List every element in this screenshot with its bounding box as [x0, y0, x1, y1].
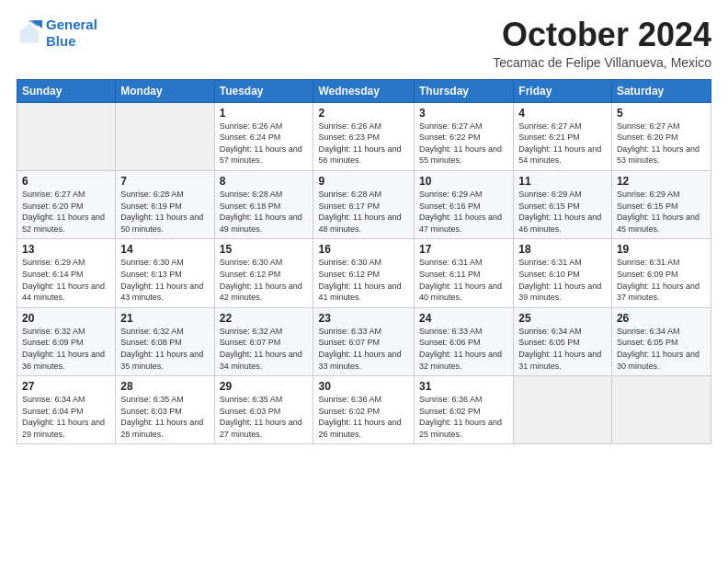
day-info: Sunrise: 6:29 AM Sunset: 6:14 PM Dayligh… — [22, 257, 110, 303]
day-info: Sunrise: 6:26 AM Sunset: 6:24 PM Dayligh… — [220, 121, 309, 167]
day-number: 26 — [617, 312, 706, 325]
calendar-cell: 6Sunrise: 6:27 AM Sunset: 6:20 PM Daylig… — [17, 170, 116, 238]
calendar-cell: 10Sunrise: 6:29 AM Sunset: 6:16 PM Dayli… — [415, 170, 514, 238]
svg-marker-1 — [20, 24, 40, 43]
day-number: 6 — [22, 175, 110, 188]
day-info: Sunrise: 6:27 AM Sunset: 6:20 PM Dayligh… — [617, 121, 706, 167]
day-number: 11 — [518, 175, 607, 188]
day-info: Sunrise: 6:30 AM Sunset: 6:12 PM Dayligh… — [318, 257, 409, 303]
logo-text: General Blue — [46, 17, 97, 50]
day-info: Sunrise: 6:27 AM Sunset: 6:21 PM Dayligh… — [518, 121, 607, 167]
calendar-cell: 26Sunrise: 6:34 AM Sunset: 6:05 PM Dayli… — [611, 307, 711, 375]
day-info: Sunrise: 6:31 AM Sunset: 6:10 PM Dayligh… — [518, 257, 607, 303]
day-info: Sunrise: 6:32 AM Sunset: 6:08 PM Dayligh… — [120, 326, 209, 372]
day-info: Sunrise: 6:35 AM Sunset: 6:03 PM Dayligh… — [120, 394, 209, 440]
day-number: 9 — [318, 175, 409, 188]
day-number: 28 — [120, 380, 209, 393]
day-number: 31 — [419, 380, 508, 393]
calendar-cell — [17, 102, 116, 170]
calendar-table: SundayMondayTuesdayWednesdayThursdayFrid… — [17, 79, 711, 445]
calendar-cell: 20Sunrise: 6:32 AM Sunset: 6:09 PM Dayli… — [17, 307, 116, 375]
calendar-cell: 7Sunrise: 6:28 AM Sunset: 6:19 PM Daylig… — [116, 170, 214, 238]
day-info: Sunrise: 6:36 AM Sunset: 6:02 PM Dayligh… — [318, 394, 409, 440]
calendar-cell — [611, 376, 711, 444]
calendar-cell: 27Sunrise: 6:34 AM Sunset: 6:04 PM Dayli… — [17, 376, 116, 444]
col-header-monday: Monday — [116, 79, 214, 102]
page: General Blue October 2024 Tecamac de Fel… — [0, 0, 728, 563]
day-number: 13 — [22, 243, 110, 256]
title-block: October 2024 Tecamac de Felipe Villanuev… — [493, 17, 711, 70]
day-info: Sunrise: 6:32 AM Sunset: 6:09 PM Dayligh… — [22, 326, 110, 372]
day-info: Sunrise: 6:26 AM Sunset: 6:23 PM Dayligh… — [318, 121, 409, 167]
calendar-cell: 18Sunrise: 6:31 AM Sunset: 6:10 PM Dayli… — [514, 239, 612, 307]
day-number: 1 — [220, 107, 309, 120]
calendar-cell: 22Sunrise: 6:32 AM Sunset: 6:07 PM Dayli… — [214, 307, 313, 375]
day-number: 7 — [120, 175, 209, 188]
logo: General Blue — [17, 17, 97, 50]
calendar-week-1: 1Sunrise: 6:26 AM Sunset: 6:24 PM Daylig… — [17, 102, 711, 170]
day-number: 17 — [419, 243, 508, 256]
day-info: Sunrise: 6:31 AM Sunset: 6:09 PM Dayligh… — [617, 257, 706, 303]
day-info: Sunrise: 6:28 AM Sunset: 6:17 PM Dayligh… — [318, 189, 409, 235]
day-info: Sunrise: 6:29 AM Sunset: 6:16 PM Dayligh… — [419, 189, 508, 235]
col-header-saturday: Saturday — [611, 79, 711, 102]
day-info: Sunrise: 6:34 AM Sunset: 6:05 PM Dayligh… — [617, 326, 706, 372]
calendar-cell: 12Sunrise: 6:29 AM Sunset: 6:15 PM Dayli… — [611, 170, 711, 238]
calendar-cell: 21Sunrise: 6:32 AM Sunset: 6:08 PM Dayli… — [116, 307, 214, 375]
day-info: Sunrise: 6:27 AM Sunset: 6:22 PM Dayligh… — [419, 121, 508, 167]
calendar-cell: 13Sunrise: 6:29 AM Sunset: 6:14 PM Dayli… — [17, 239, 116, 307]
day-number: 3 — [419, 107, 508, 120]
day-number: 22 — [220, 312, 309, 325]
day-number: 23 — [318, 312, 409, 325]
calendar-cell: 30Sunrise: 6:36 AM Sunset: 6:02 PM Dayli… — [313, 376, 415, 444]
day-info: Sunrise: 6:35 AM Sunset: 6:03 PM Dayligh… — [220, 394, 309, 440]
calendar-cell: 29Sunrise: 6:35 AM Sunset: 6:03 PM Dayli… — [214, 376, 313, 444]
col-header-thursday: Thursday — [415, 79, 514, 102]
calendar-cell: 31Sunrise: 6:36 AM Sunset: 6:02 PM Dayli… — [415, 376, 514, 444]
logo-line1: General — [46, 17, 97, 32]
day-number: 30 — [318, 380, 409, 393]
col-header-sunday: Sunday — [17, 79, 116, 102]
month-title: October 2024 — [493, 17, 711, 53]
day-number: 29 — [220, 380, 309, 393]
day-number: 21 — [120, 312, 209, 325]
calendar-cell: 17Sunrise: 6:31 AM Sunset: 6:11 PM Dayli… — [415, 239, 514, 307]
day-number: 27 — [22, 380, 110, 393]
calendar-cell: 16Sunrise: 6:30 AM Sunset: 6:12 PM Dayli… — [313, 239, 415, 307]
day-info: Sunrise: 6:32 AM Sunset: 6:07 PM Dayligh… — [220, 326, 309, 372]
calendar-cell: 24Sunrise: 6:33 AM Sunset: 6:06 PM Dayli… — [415, 307, 514, 375]
calendar-header-row: SundayMondayTuesdayWednesdayThursdayFrid… — [17, 79, 711, 102]
calendar-cell: 2Sunrise: 6:26 AM Sunset: 6:23 PM Daylig… — [313, 102, 415, 170]
calendar-cell: 11Sunrise: 6:29 AM Sunset: 6:15 PM Dayli… — [514, 170, 612, 238]
calendar-cell — [116, 102, 214, 170]
generalblue-logo-icon — [17, 20, 42, 46]
calendar-cell: 15Sunrise: 6:30 AM Sunset: 6:12 PM Dayli… — [214, 239, 313, 307]
day-info: Sunrise: 6:34 AM Sunset: 6:04 PM Dayligh… — [22, 394, 110, 440]
day-info: Sunrise: 6:28 AM Sunset: 6:19 PM Dayligh… — [120, 189, 209, 235]
day-info: Sunrise: 6:33 AM Sunset: 6:06 PM Dayligh… — [419, 326, 508, 372]
col-header-tuesday: Tuesday — [214, 79, 313, 102]
day-number: 2 — [318, 107, 409, 120]
calendar-week-4: 20Sunrise: 6:32 AM Sunset: 6:09 PM Dayli… — [17, 307, 711, 375]
location: Tecamac de Felipe Villanueva, Mexico — [493, 55, 711, 70]
calendar-cell: 14Sunrise: 6:30 AM Sunset: 6:13 PM Dayli… — [116, 239, 214, 307]
day-number: 24 — [419, 312, 508, 325]
calendar-cell: 1Sunrise: 6:26 AM Sunset: 6:24 PM Daylig… — [214, 102, 313, 170]
day-info: Sunrise: 6:29 AM Sunset: 6:15 PM Dayligh… — [518, 189, 607, 235]
calendar-cell: 25Sunrise: 6:34 AM Sunset: 6:05 PM Dayli… — [514, 307, 612, 375]
calendar-week-3: 13Sunrise: 6:29 AM Sunset: 6:14 PM Dayli… — [17, 239, 711, 307]
day-number: 14 — [120, 243, 209, 256]
day-number: 20 — [22, 312, 110, 325]
calendar-cell: 3Sunrise: 6:27 AM Sunset: 6:22 PM Daylig… — [415, 102, 514, 170]
day-info: Sunrise: 6:30 AM Sunset: 6:13 PM Dayligh… — [120, 257, 209, 303]
calendar-cell: 8Sunrise: 6:28 AM Sunset: 6:18 PM Daylig… — [214, 170, 313, 238]
calendar-week-5: 27Sunrise: 6:34 AM Sunset: 6:04 PM Dayli… — [17, 376, 711, 444]
calendar-week-2: 6Sunrise: 6:27 AM Sunset: 6:20 PM Daylig… — [17, 170, 711, 238]
day-number: 5 — [617, 107, 706, 120]
logo-line2: Blue — [46, 33, 76, 49]
calendar-cell — [514, 376, 612, 444]
day-number: 25 — [518, 312, 607, 325]
day-number: 19 — [617, 243, 706, 256]
day-number: 16 — [318, 243, 409, 256]
day-info: Sunrise: 6:31 AM Sunset: 6:11 PM Dayligh… — [419, 257, 508, 303]
